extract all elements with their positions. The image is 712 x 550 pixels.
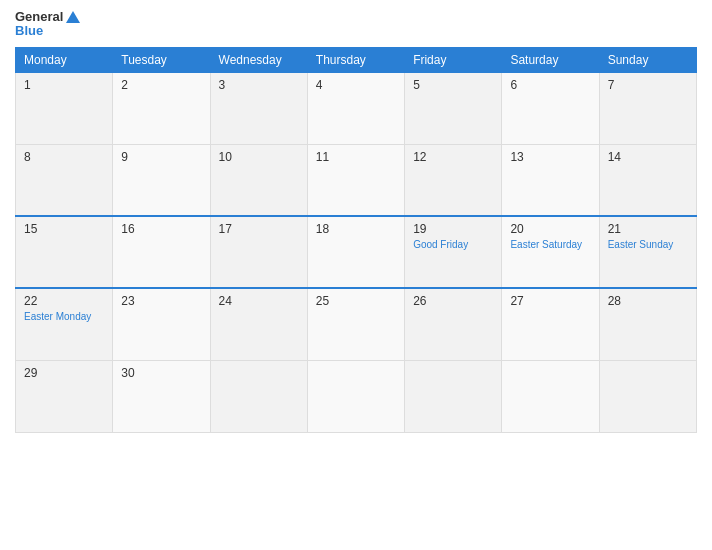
calendar-day-cell: 23 — [113, 288, 210, 360]
day-number: 10 — [219, 150, 299, 164]
calendar-day-cell: 16 — [113, 216, 210, 288]
day-number: 9 — [121, 150, 201, 164]
logo-triangle-icon — [66, 11, 80, 23]
calendar-day-cell: 21Easter Sunday — [599, 216, 696, 288]
calendar-day-cell: 3 — [210, 72, 307, 144]
day-number: 23 — [121, 294, 201, 308]
day-number: 12 — [413, 150, 493, 164]
calendar-day-cell: 24 — [210, 288, 307, 360]
day-number: 18 — [316, 222, 396, 236]
calendar-day-cell: 8 — [16, 144, 113, 216]
day-number: 20 — [510, 222, 590, 236]
calendar-day-cell: 26 — [405, 288, 502, 360]
day-header-saturday: Saturday — [502, 47, 599, 72]
calendar-day-cell: 9 — [113, 144, 210, 216]
day-number: 11 — [316, 150, 396, 164]
calendar-day-cell: 11 — [307, 144, 404, 216]
calendar-day-cell: 17 — [210, 216, 307, 288]
day-number: 26 — [413, 294, 493, 308]
day-header-sunday: Sunday — [599, 47, 696, 72]
calendar-day-cell: 28 — [599, 288, 696, 360]
holiday-label: Easter Monday — [24, 310, 104, 323]
holiday-label: Easter Sunday — [608, 238, 688, 251]
day-number: 2 — [121, 78, 201, 92]
day-number: 28 — [608, 294, 688, 308]
calendar-day-cell: 14 — [599, 144, 696, 216]
logo-general-text: General — [15, 10, 63, 24]
calendar-day-cell: 18 — [307, 216, 404, 288]
calendar-day-cell: 6 — [502, 72, 599, 144]
logo: General Blue — [15, 10, 80, 39]
logo-blue-text: Blue — [15, 24, 80, 38]
day-number: 19 — [413, 222, 493, 236]
day-number: 3 — [219, 78, 299, 92]
calendar-day-cell: 10 — [210, 144, 307, 216]
calendar-day-cell: 1 — [16, 72, 113, 144]
day-number: 15 — [24, 222, 104, 236]
calendar-day-cell — [405, 360, 502, 432]
day-number: 4 — [316, 78, 396, 92]
calendar-day-cell: 19Good Friday — [405, 216, 502, 288]
day-number: 27 — [510, 294, 590, 308]
calendar-day-cell: 12 — [405, 144, 502, 216]
holiday-label: Easter Saturday — [510, 238, 590, 251]
calendar-day-cell: 29 — [16, 360, 113, 432]
calendar-day-cell — [502, 360, 599, 432]
day-header-thursday: Thursday — [307, 47, 404, 72]
day-number: 29 — [24, 366, 104, 380]
calendar-week-row: 2930 — [16, 360, 697, 432]
calendar-day-cell: 7 — [599, 72, 696, 144]
day-header-tuesday: Tuesday — [113, 47, 210, 72]
day-header-wednesday: Wednesday — [210, 47, 307, 72]
calendar-day-cell: 27 — [502, 288, 599, 360]
day-header-friday: Friday — [405, 47, 502, 72]
calendar-day-cell: 20Easter Saturday — [502, 216, 599, 288]
day-number: 8 — [24, 150, 104, 164]
page-header: General Blue — [15, 10, 697, 39]
day-number: 21 — [608, 222, 688, 236]
calendar-day-cell: 22Easter Monday — [16, 288, 113, 360]
calendar-week-row: 1516171819Good Friday20Easter Saturday21… — [16, 216, 697, 288]
calendar-day-cell: 13 — [502, 144, 599, 216]
day-number: 6 — [510, 78, 590, 92]
day-number: 1 — [24, 78, 104, 92]
day-number: 13 — [510, 150, 590, 164]
day-header-monday: Monday — [16, 47, 113, 72]
day-number: 7 — [608, 78, 688, 92]
calendar-week-row: 22Easter Monday232425262728 — [16, 288, 697, 360]
day-number: 16 — [121, 222, 201, 236]
day-number: 17 — [219, 222, 299, 236]
calendar-day-cell: 25 — [307, 288, 404, 360]
day-number: 30 — [121, 366, 201, 380]
calendar-table: MondayTuesdayWednesdayThursdayFridaySatu… — [15, 47, 697, 433]
day-number: 25 — [316, 294, 396, 308]
calendar-day-cell — [599, 360, 696, 432]
day-number: 14 — [608, 150, 688, 164]
calendar-day-cell: 30 — [113, 360, 210, 432]
day-number: 24 — [219, 294, 299, 308]
calendar-day-cell: 15 — [16, 216, 113, 288]
day-number: 5 — [413, 78, 493, 92]
calendar-day-cell: 4 — [307, 72, 404, 144]
holiday-label: Good Friday — [413, 238, 493, 251]
calendar-day-cell: 5 — [405, 72, 502, 144]
calendar-day-cell — [210, 360, 307, 432]
calendar-week-row: 1234567 — [16, 72, 697, 144]
day-number: 22 — [24, 294, 104, 308]
calendar-day-cell — [307, 360, 404, 432]
calendar-day-cell: 2 — [113, 72, 210, 144]
calendar-week-row: 891011121314 — [16, 144, 697, 216]
days-header-row: MondayTuesdayWednesdayThursdayFridaySatu… — [16, 47, 697, 72]
